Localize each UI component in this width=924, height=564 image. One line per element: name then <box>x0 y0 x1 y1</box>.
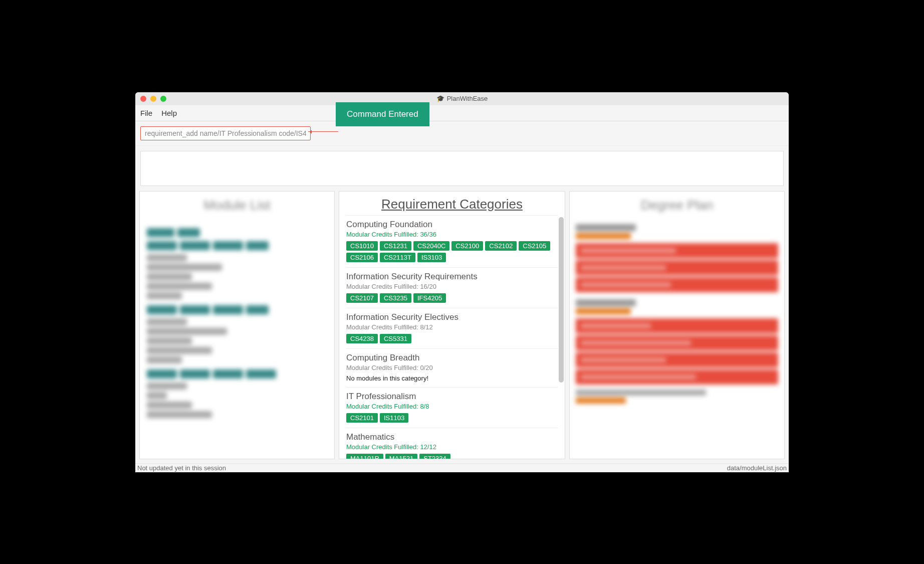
module-chip[interactable]: ST2334 <box>419 454 450 459</box>
module-chips: CS4238CS5331 <box>346 334 558 343</box>
menubar: File Help <box>135 105 789 121</box>
menu-help[interactable]: Help <box>161 109 177 117</box>
category-name: Information Security Requirements <box>346 272 558 282</box>
category-credits: Modular Credits Fulfilled: 12/12 <box>346 443 558 451</box>
module-chip[interactable]: CS5331 <box>380 334 411 343</box>
requirement-categories-scroll[interactable]: Computing FoundationModular Credits Fulf… <box>339 215 565 459</box>
category-credits: Modular Credits Fulfilled: 0/20 <box>346 364 558 371</box>
category-item: Information Security RequirementsModular… <box>346 267 558 308</box>
degree-plan-body <box>570 219 784 409</box>
category-item: Computing FoundationModular Credits Fulf… <box>346 215 558 267</box>
panel-row: Module List <box>135 191 789 463</box>
app-window: 🎓 PlanWithEase File Help Command Entered… <box>135 92 789 472</box>
module-chip[interactable]: CS1231 <box>380 241 411 251</box>
module-chip[interactable]: CS2107 <box>346 293 378 303</box>
close-icon[interactable] <box>140 96 146 102</box>
category-name: Computing Breadth <box>346 353 558 363</box>
module-chip[interactable]: CS2113T <box>380 253 415 262</box>
module-chip[interactable]: IS3103 <box>417 253 446 262</box>
module-chip[interactable]: CS2040C <box>413 241 449 251</box>
module-chip[interactable]: CS2102 <box>485 241 517 251</box>
output-area <box>140 151 784 186</box>
arrow-icon <box>308 131 338 132</box>
minimize-icon[interactable] <box>150 96 156 102</box>
module-chip[interactable]: CS2105 <box>519 241 550 251</box>
module-chip[interactable]: IFS4205 <box>413 293 446 303</box>
category-item: Information Security ElectivesModular Cr… <box>346 308 558 348</box>
category-name: Information Security Electives <box>346 312 558 322</box>
category-name: IT Professionalism <box>346 392 558 402</box>
command-row: Command Entered <box>135 121 789 146</box>
panel-module-list: Module List <box>139 191 335 459</box>
scrollbar[interactable] <box>559 217 564 383</box>
module-list-title: Module List <box>140 192 334 219</box>
category-credits: Modular Credits Fulfilled: 36/36 <box>346 231 558 238</box>
window-title-text: PlanWithEase <box>447 95 488 102</box>
category-credits: Modular Credits Fulfilled: 8/12 <box>346 323 558 331</box>
maximize-icon[interactable] <box>160 96 166 102</box>
module-chip[interactable]: CS2101 <box>346 413 378 423</box>
category-name: Mathematics <box>346 432 558 442</box>
category-item: Computing BreadthModular Credits Fulfill… <box>346 348 558 387</box>
menu-file[interactable]: File <box>140 109 152 117</box>
category-credits: Modular Credits Fulfilled: 8/8 <box>346 403 558 410</box>
category-name: Computing Foundation <box>346 220 558 230</box>
panel-requirement-categories: Requirement Categories Computing Foundat… <box>339 191 565 459</box>
requirement-categories-title: Requirement Categories <box>339 192 565 215</box>
tooltip-command-entered: Command Entered <box>336 102 429 126</box>
category-credits: Modular Credits Fulfilled: 16/20 <box>346 283 558 290</box>
module-chips: CS2107CS3235IFS4205 <box>346 293 558 303</box>
panel-degree-plan: Degree Plan <box>569 191 785 459</box>
graduation-cap-icon: 🎓 <box>436 95 444 102</box>
module-chip[interactable]: CS2100 <box>451 241 483 251</box>
module-chip[interactable]: CS1010 <box>346 241 378 251</box>
module-chip[interactable]: CS2106 <box>346 253 378 262</box>
no-modules-text: No modules in this category! <box>346 374 558 382</box>
window-title: 🎓 PlanWithEase <box>436 95 488 102</box>
command-input[interactable] <box>145 129 306 137</box>
module-chip[interactable]: IS1103 <box>380 413 408 423</box>
category-item: MathematicsModular Credits Fulfilled: 12… <box>346 428 558 459</box>
module-chip[interactable]: MA1101R <box>346 454 383 459</box>
module-chip[interactable]: CS3235 <box>380 293 411 303</box>
statusbar: Not updated yet in this session data/mod… <box>135 463 789 472</box>
module-chips: MA1101RMA1521ST2334 <box>346 454 558 459</box>
titlebar: 🎓 PlanWithEase <box>135 92 789 105</box>
command-input-highlight <box>140 126 311 140</box>
status-right: data/moduleList.json <box>727 464 787 472</box>
module-chip[interactable]: MA1521 <box>385 454 417 459</box>
module-chips: CS1010CS1231CS2040CCS2100CS2102CS2105CS2… <box>346 241 558 262</box>
module-list-body <box>140 219 334 426</box>
tooltip-label: Command Entered <box>347 109 418 119</box>
traffic-lights <box>140 96 166 102</box>
degree-plan-title: Degree Plan <box>570 192 784 219</box>
category-item: IT ProfessionalismModular Credits Fulfil… <box>346 387 558 428</box>
status-left: Not updated yet in this session <box>137 464 226 472</box>
module-chips: CS2101IS1103 <box>346 413 558 423</box>
module-chip[interactable]: CS4238 <box>346 334 378 343</box>
